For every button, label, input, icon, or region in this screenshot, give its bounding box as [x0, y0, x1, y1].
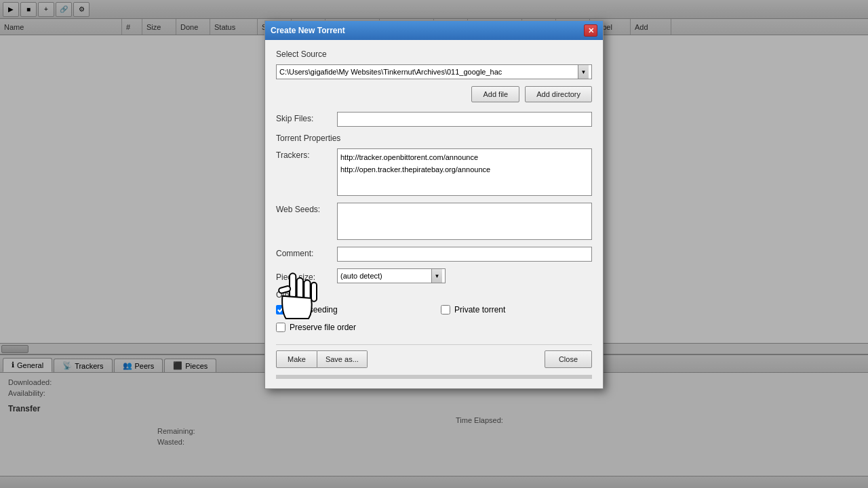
private-torrent-row: Private torrent: [441, 305, 592, 314]
tracker-2: http://open.tracker.thepiratebay.org/ann…: [340, 164, 589, 176]
source-path-text: C:\Users\gigafide\My Websites\Tinkernut\…: [279, 68, 578, 76]
modal-titlebar: Create New Torrent ✕: [265, 21, 603, 40]
start-seeding-row: Start seeding: [276, 305, 427, 314]
modal-close-button[interactable]: ✕: [584, 24, 597, 37]
add-file-button[interactable]: Add file: [471, 86, 519, 102]
preserve-file-order-label: Preserve file order: [290, 323, 356, 332]
start-seeding-label: Start seeding: [290, 305, 338, 314]
close-button[interactable]: Close: [545, 350, 592, 368]
save-as-button[interactable]: Save as...: [317, 350, 368, 368]
trackers-label: Trackers:: [276, 148, 337, 160]
private-torrent-checkbox[interactable]: [441, 305, 450, 314]
dropdown-arrow-icon: ▼: [578, 65, 589, 79]
modal-body: Select Source C:\Users\gigafide\My Websi…: [265, 40, 603, 388]
bottom-buttons: Make Save as... Close: [276, 344, 592, 371]
piece-dropdown-arrow-icon: ▼: [431, 269, 442, 283]
piece-size-row: Piece size: (auto detect) ▼: [276, 268, 592, 283]
source-row: C:\Users\gigafide\My Websites\Tinkernut\…: [276, 64, 592, 79]
modal-overlay: Create New Torrent ✕ Select Source C:\Us…: [0, 0, 868, 488]
web-seeds-input[interactable]: [337, 203, 592, 240]
web-seeds-row: Web Seeds:: [276, 203, 592, 240]
torrent-properties-label: Torrent Properties: [276, 134, 592, 143]
comment-input[interactable]: [337, 247, 592, 262]
comment-label: Comment:: [276, 247, 337, 258]
other-section-label: Other: [276, 290, 592, 300]
comment-row: Comment:: [276, 247, 592, 262]
other-section: Start seeding Private torrent Preserve f…: [276, 305, 592, 336]
skip-files-label: Skip Files:: [276, 112, 337, 123]
private-torrent-label: Private torrent: [454, 305, 505, 314]
piece-size-dropdown[interactable]: (auto detect) ▼: [337, 268, 446, 283]
preserve-file-order-checkbox[interactable]: [276, 323, 285, 332]
skip-files-row: Skip Files:: [276, 112, 592, 127]
modal-progress-bar: [276, 375, 592, 379]
skip-files-input[interactable]: [337, 112, 592, 127]
checkboxes-grid: Start seeding Private torrent Preserve f…: [276, 305, 592, 336]
piece-size-value: (auto detect): [340, 272, 382, 280]
make-button[interactable]: Make: [276, 350, 317, 368]
add-directory-button[interactable]: Add directory: [525, 86, 592, 102]
modal-title: Create New Torrent: [271, 26, 345, 35]
source-path-dropdown[interactable]: C:\Users\gigafide\My Websites\Tinkernut\…: [276, 64, 592, 79]
start-seeding-checkbox[interactable]: [276, 305, 285, 314]
source-buttons-row: Add file Add directory: [276, 86, 592, 102]
save-btn-group: Make Save as...: [276, 350, 368, 368]
trackers-row: Trackers: http://tracker.openbittorent.c…: [276, 148, 592, 196]
preserve-file-order-row: Preserve file order: [276, 323, 427, 332]
tracker-1: http://tracker.openbittorent.com/announc…: [340, 152, 589, 164]
web-seeds-label: Web Seeds:: [276, 203, 337, 214]
create-torrent-modal: Create New Torrent ✕ Select Source C:\Us…: [264, 20, 604, 389]
select-source-label: Select Source: [276, 49, 592, 59]
trackers-input[interactable]: http://tracker.openbittorent.com/announc…: [337, 148, 592, 196]
piece-size-label: Piece size:: [276, 270, 337, 282]
